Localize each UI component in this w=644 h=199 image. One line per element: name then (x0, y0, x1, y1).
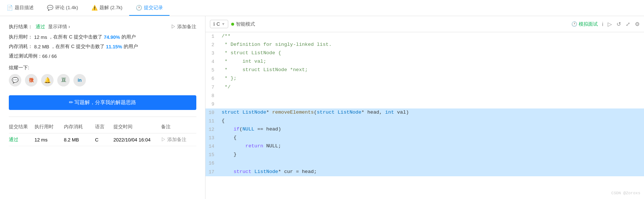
line-code: } (220, 151, 644, 159)
line-code: * struct ListNode *next; (220, 66, 644, 74)
row-submit-time: 2022/10/04 16:04 (113, 137, 161, 143)
time-unit: 的用户 (121, 34, 136, 40)
line-number: 8 (205, 92, 220, 100)
lang-info-icon: ℹ (213, 21, 215, 27)
smart-mode-indicator: 智能模式 (231, 21, 255, 27)
code-table: 1/**2 * Definition for singly-linked lis… (205, 32, 644, 176)
row-time: 12 ms (34, 137, 64, 143)
table-header: 提交结果 执行用时 内存消耗 语言 提交时间 备注 (9, 124, 196, 133)
line-number: 3 (205, 49, 220, 58)
line-number: 11 (205, 117, 220, 125)
line-number: 4 (205, 58, 220, 66)
expand-icon[interactable]: ⤢ (626, 21, 630, 27)
time-value: 12 ms (34, 34, 47, 40)
line-number: 12 (205, 125, 220, 134)
col-header-submit-time: 提交时间 (113, 124, 161, 130)
line-number: 16 (205, 159, 220, 167)
tab-bar: 📄 题目描述 💬 评论 (1.4k) ⚠️ 题解 (2.7k) 🕐 提交记录 (0, 0, 644, 16)
problem-icon: 📄 (7, 5, 13, 11)
settings-icon[interactable]: ⚙ (635, 21, 640, 27)
testcase-value: 66 / 66 (42, 54, 57, 59)
toolbar-right: 🕐 模拟面试 i ▷ ↺ ⤢ ⚙ (571, 21, 640, 27)
line-number: 2 (205, 41, 220, 49)
line-number: 9 (205, 100, 220, 108)
language-selector[interactable]: ℹ C ▼ (210, 20, 228, 28)
share-douban-button[interactable]: 豆 (57, 74, 70, 86)
result-detail-link[interactable]: 显示详情 › (48, 23, 70, 30)
right-panel: ℹ C ▼ 智能模式 🕐 模拟面试 i ▷ ↺ ⤢ ⚙ 1/**2 * Defi… (205, 16, 644, 199)
smart-mode-label: 智能模式 (236, 21, 255, 27)
add-note-button[interactable]: ▷ 添加备注 (171, 23, 196, 30)
mem-label: 内存消耗： (9, 43, 33, 50)
share-weibo-button[interactable]: 微 (25, 74, 37, 86)
tab-submissions[interactable]: 🕐 提交记录 (129, 0, 170, 16)
chevron-down-icon: ▼ (221, 22, 225, 26)
submissions-icon: 🕐 (136, 5, 142, 11)
share-linkedin-button[interactable]: in (73, 74, 86, 86)
time-label: 执行用时： (9, 34, 33, 40)
write-solution-button[interactable]: ✏ 写题解，分享我的解题思路 (9, 95, 196, 110)
watermark: CSDN @Zoroxs (611, 190, 640, 197)
line-code: * int val; (220, 58, 644, 66)
undo-icon[interactable]: ↺ (616, 21, 621, 27)
col-header-status: 提交结果 (9, 124, 34, 130)
result-label: 执行结果： (9, 23, 33, 30)
time-stat-row: 执行用时： 12 ms ，在所有 C 提交中击败了 74.90% 的用户 (9, 34, 196, 40)
row-note-button[interactable]: ▷ 添加备注 (161, 136, 196, 143)
share-section: 炫耀一下: 💬 微 🔔 豆 in (9, 65, 196, 86)
editor-toolbar: ℹ C ▼ 智能模式 🕐 模拟面试 i ▷ ↺ ⤢ ⚙ (205, 16, 644, 32)
tab-comments[interactable]: 💬 评论 (1.4k) (40, 0, 85, 16)
mock-interview-button[interactable]: 🕐 模拟面试 (571, 21, 598, 27)
row-status[interactable]: 通过 (9, 136, 34, 143)
share-wechat-button[interactable]: 💬 (9, 74, 21, 86)
mem-desc: ，在所有 C 提交中击败了 (51, 43, 105, 50)
line-code: struct ListNode* removeElements(struct L… (220, 108, 644, 117)
line-number: 15 (205, 151, 220, 159)
line-code: struct ListNode* cur = head; (220, 168, 644, 176)
line-code: */ (220, 83, 644, 92)
tab-problem[interactable]: 📄 题目描述 (0, 0, 40, 16)
col-header-memory: 内存消耗 (64, 124, 95, 130)
time-desc: ，在所有 C 提交中击败了 (48, 34, 102, 40)
tab-solutions[interactable]: ⚠️ 题解 (2.7k) (85, 0, 129, 16)
result-row: 执行结果： 通过 显示详情 › ▷ 添加备注 (9, 23, 196, 30)
smart-mode-dot (231, 23, 234, 26)
col-header-note: 备注 (161, 124, 196, 130)
main-area: 执行结果： 通过 显示详情 › ▷ 添加备注 执行用时： 12 ms ，在所有 … (0, 16, 644, 199)
line-code: * Definition for singly-linked list. (220, 41, 644, 49)
col-header-lang: 语言 (95, 124, 113, 130)
run-icon[interactable]: ▷ (608, 21, 612, 27)
line-code (220, 100, 644, 108)
solutions-icon: ⚠️ (91, 5, 98, 11)
left-panel: 执行结果： 通过 显示详情 › ▷ 添加备注 执行用时： 12 ms ，在所有 … (0, 16, 205, 199)
line-number: 7 (205, 83, 220, 92)
table-row: 通过 12 ms 8.2 MB C 2022/10/04 16:04 ▷ 添加备… (9, 133, 196, 146)
result-status: 通过 (36, 23, 45, 30)
line-number: 5 (205, 66, 220, 74)
share-icons: 💬 微 🔔 豆 in (9, 74, 196, 86)
share-label: 炫耀一下: (9, 65, 196, 71)
time-pct: 74.90% (104, 34, 120, 40)
line-number: 1 (205, 32, 220, 41)
line-code: return NULL; (220, 142, 644, 151)
code-editor-area[interactable]: 1/**2 * Definition for singly-linked lis… (205, 32, 644, 199)
row-lang: C (95, 137, 113, 143)
lang-label: C (217, 21, 220, 27)
line-code: /** (220, 32, 644, 41)
testcase-row: 通过测试用例： 66 / 66 (9, 53, 196, 59)
share-notify-button[interactable]: 🔔 (41, 74, 54, 86)
line-code (220, 92, 644, 100)
line-number: 14 (205, 142, 220, 151)
row-memory: 8.2 MB (64, 137, 95, 143)
line-number: 10 (205, 108, 220, 117)
divider (9, 117, 196, 117)
mem-pct: 11.15% (106, 44, 122, 49)
line-code: { (220, 134, 644, 142)
line-code: * }; (220, 74, 644, 83)
info-icon[interactable]: i (602, 21, 603, 27)
mem-value: 8.2 MB (34, 44, 49, 49)
line-number: 17 (205, 168, 220, 176)
line-number: 6 (205, 74, 220, 83)
line-code (220, 159, 644, 167)
line-code: if(NULL == head) (220, 125, 644, 134)
